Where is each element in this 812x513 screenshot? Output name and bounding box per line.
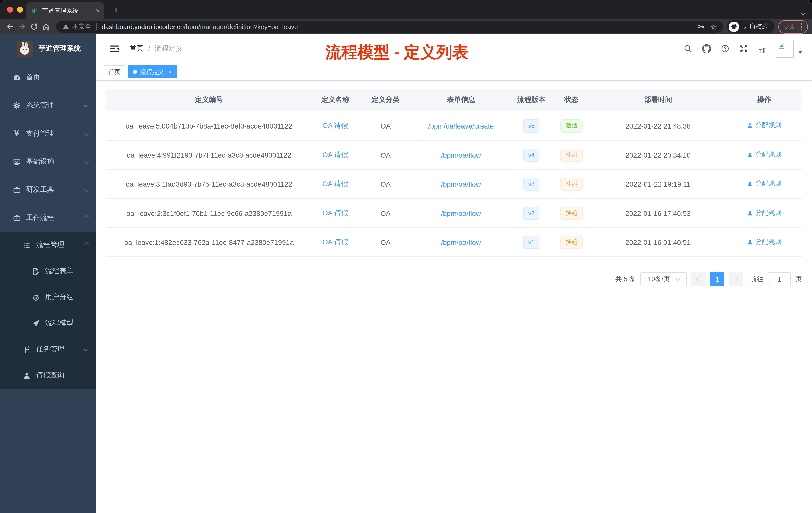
definition-id: oa_leave:3:1fad3d93-7b75-11ec-a3c8-acde4… <box>125 180 292 188</box>
fullscreen-icon[interactable] <box>739 44 749 54</box>
favicon-grass-icon <box>31 7 38 14</box>
sidebar-item-dev-tools[interactable]: 研发工具 <box>0 176 96 204</box>
back-button[interactable] <box>4 21 16 33</box>
table-row: oa_leave:3:1fad3d93-7b75-11ec-a3c8-acde4… <box>107 170 802 199</box>
next-page-button[interactable] <box>729 272 743 286</box>
address-bar[interactable]: 不安全 dashboard.yudao.iocoder.cn /bpm/mana… <box>56 21 723 33</box>
tree-icon <box>22 345 31 354</box>
sidebar-item-label: 系统管理 <box>26 101 54 110</box>
font-size-icon[interactable]: TT <box>757 44 767 54</box>
sidebar-item-label: 用户分组 <box>45 293 73 302</box>
chevron-up-icon <box>84 242 89 247</box>
definition-name-link[interactable]: OA 请假 <box>322 121 348 129</box>
breadcrumb-separator: / <box>148 45 150 53</box>
tag-process-definition[interactable]: 流程定义 × <box>128 65 177 78</box>
active-tag-dot <box>133 70 137 74</box>
status-badge: 激活 <box>560 119 582 132</box>
sidebar-item-label: 请假查询 <box>36 371 64 380</box>
sidebar-logo[interactable]: 芋道管理系统 <box>0 34 96 63</box>
sidebar-item-process-management[interactable]: 流程管理 <box>0 232 96 258</box>
browser-toolbar: 不安全 dashboard.yudao.iocoder.cn /bpm/mana… <box>0 19 812 34</box>
person-icon <box>747 239 753 245</box>
version-badge: v2 <box>523 207 539 220</box>
chevron-up-icon <box>84 215 89 220</box>
form-link[interactable]: /bpm/oa/leave/create <box>428 122 494 130</box>
home-button[interactable] <box>40 21 52 33</box>
sidebar-item-label: 任务管理 <box>36 345 64 354</box>
sidebar-item-leave-query[interactable]: 请假查询 <box>0 362 96 389</box>
definition-id: oa_leave:4:991f2193-7b7f-11ec-a3c8-acde4… <box>126 151 291 159</box>
definition-id: oa_leave:1:482ec033-762a-11ec-8477-a2380… <box>124 238 294 246</box>
user-avatar-menu[interactable] <box>776 40 803 58</box>
page-number-1[interactable]: 1 <box>710 272 724 286</box>
definition-name-link[interactable]: OA 请假 <box>322 238 348 246</box>
tab-search-chevron-icon[interactable] <box>802 7 805 17</box>
help-icon[interactable] <box>720 44 730 54</box>
definition-name-link[interactable]: OA 请假 <box>322 209 348 217</box>
column-header-5: 状态 <box>553 89 590 111</box>
form-link[interactable]: /bpm/oa/flow <box>441 180 481 188</box>
deploy-time: 2022-01-16 17:46:53 <box>626 209 691 217</box>
browser-tab[interactable]: 芋道管理系统 × <box>26 2 105 19</box>
deploy-time: 2022-01-22 20:34:10 <box>626 151 691 159</box>
form-link[interactable]: /bpm/oa/flow <box>441 209 481 217</box>
sidebar-item-label: 研发工具 <box>26 185 54 194</box>
definition-id: oa_leave:2:3c1f0ef1-76b1-11ec-9c66-a2380… <box>126 209 291 217</box>
form-link[interactable]: /bpm/oa/flow <box>441 151 481 159</box>
assign-rule-link[interactable]: 分配规则 <box>747 209 781 218</box>
update-browser-button[interactable]: 更新 <box>778 20 808 33</box>
monitor-icon <box>12 157 21 166</box>
sidebar-item-home[interactable]: 首页 <box>0 63 96 91</box>
minimize-window-button[interactable] <box>17 6 23 12</box>
definition-name-link[interactable]: OA 请假 <box>322 150 348 158</box>
sidebar-item-system-management[interactable]: 系统管理 <box>0 91 96 119</box>
bookmark-star-icon[interactable]: ☆ <box>710 23 717 30</box>
form-link[interactable]: /bpm/oa/flow <box>441 238 481 246</box>
sidebar-item-task-management[interactable]: 任务管理 <box>0 336 96 362</box>
sidebar-item-payment-management[interactable]: ¥支付管理 <box>0 119 96 148</box>
definition-name-link[interactable]: OA 请假 <box>322 179 348 187</box>
tag-close-icon[interactable]: × <box>169 69 172 75</box>
sidebar-item-user-group[interactable]: 用户分组 <box>0 284 96 310</box>
sidebar-item-workflow[interactable]: 工作流程 <box>0 204 96 232</box>
goto-page-input[interactable] <box>768 272 791 286</box>
sidebar-item-process-form[interactable]: 流程表单 <box>0 258 96 284</box>
assign-rule-link[interactable]: 分配规则 <box>747 121 781 130</box>
new-tab-button[interactable]: + <box>110 3 122 17</box>
deploy-time: 2022-01-16 01:40:51 <box>626 238 691 246</box>
security-label[interactable]: 不安全 <box>72 22 91 31</box>
status-badge: 挂起 <box>560 236 582 249</box>
search-icon[interactable] <box>683 44 693 54</box>
person-icon <box>747 152 753 158</box>
assign-rule-link[interactable]: 分配规则 <box>747 150 781 159</box>
password-key-icon[interactable] <box>696 23 704 31</box>
incognito-label: 无痕模式 <box>743 22 768 31</box>
pagination: 共 5 条 10条/页 1 前往 页 <box>107 272 802 286</box>
sidebar: 芋道管理系统 首页系统管理¥支付管理基础设施研发工具工作流程流程管理流程表单用户… <box>0 34 96 513</box>
deploy-time: 2022-01-22 19:19:11 <box>626 180 691 188</box>
github-icon[interactable] <box>701 44 712 54</box>
yen-icon: ¥ <box>12 129 21 138</box>
close-window-button[interactable] <box>7 6 13 12</box>
browser-menu-dots-icon[interactable] <box>801 23 803 30</box>
assign-rule-link[interactable]: 分配规则 <box>747 179 781 188</box>
definition-category: OA <box>381 209 391 217</box>
assign-rule-link[interactable]: 分配规则 <box>747 238 781 247</box>
sidebar-item-label: 首页 <box>26 73 40 82</box>
tab-close-icon[interactable]: × <box>96 7 100 14</box>
forward-button[interactable] <box>16 21 28 33</box>
tag-home[interactable]: 首页 <box>104 65 125 78</box>
sidebar-item-process-model[interactable]: 流程模型 <box>0 310 96 336</box>
sidebar-item-label: 流程管理 <box>36 240 64 249</box>
url-divider <box>96 23 97 30</box>
sidebar-fold-icon[interactable] <box>110 44 119 54</box>
browser-window: 芋道管理系统 × + 不安全 dashboard.yudao.iocoder.c… <box>0 0 812 513</box>
page-size-select[interactable]: 10条/页 <box>640 272 687 286</box>
sidebar-menu: 首页系统管理¥支付管理基础设施研发工具工作流程流程管理流程表单用户分组流程模型任… <box>0 63 96 389</box>
reload-button[interactable] <box>28 21 40 33</box>
breadcrumb-home[interactable]: 首页 <box>129 44 144 53</box>
update-label: 更新 <box>784 22 796 31</box>
chevron-down-icon <box>84 159 89 164</box>
prev-page-button[interactable] <box>692 272 705 286</box>
sidebar-item-infrastructure[interactable]: 基础设施 <box>0 148 96 176</box>
